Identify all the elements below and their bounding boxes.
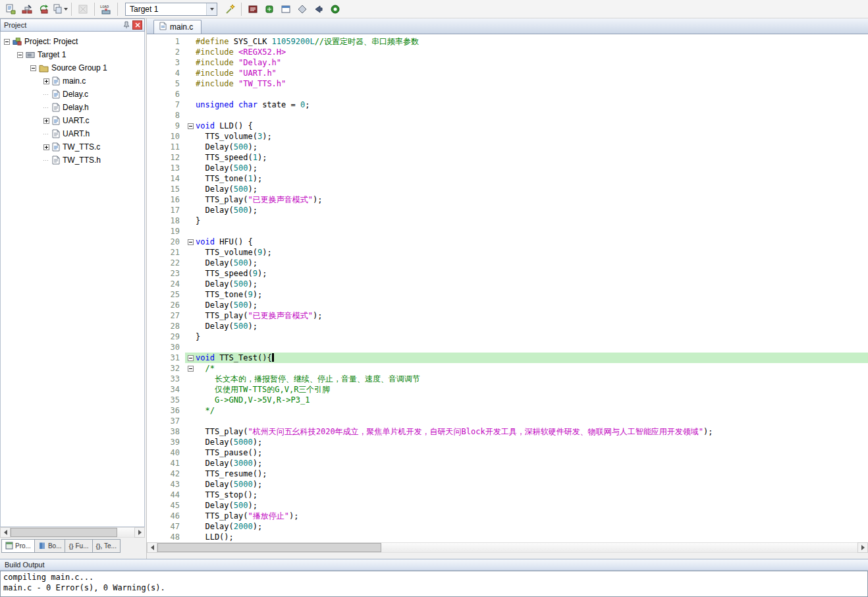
code-line-35[interactable]: 35 G->GND,V->5V,R->P3_1: [147, 395, 868, 405]
code-line-9[interactable]: 9void LLD() {: [147, 121, 868, 131]
code-line-40[interactable]: 40 TTS_pause();: [147, 447, 868, 458]
tree-minus-toggle-icon[interactable]: [16, 52, 24, 58]
options-for-target-button[interactable]: [222, 1, 238, 17]
code-line-17[interactable]: 17 Delay(500);: [147, 205, 868, 215]
code-line-21[interactable]: 21 TTS_volume(9);: [147, 247, 868, 258]
pack-installer-button[interactable]: [327, 1, 343, 17]
code-line-38[interactable]: 38 TTS_play("杭州天问五幺科技2020年成立，聚焦单片机开发，自研天…: [147, 426, 868, 437]
build-output-log[interactable]: compiling main.c...main.c - 0 Error(s), …: [0, 571, 868, 597]
code-line-48[interactable]: 48 LLD();: [147, 532, 868, 542]
code-line-23[interactable]: 23 TTS_speed(9);: [147, 268, 868, 279]
code-line-36[interactable]: 36 */: [147, 405, 868, 416]
tree-item-target-1[interactable]: Target 1: [1, 48, 144, 61]
code-line-43[interactable]: 43 Delay(5000);: [147, 479, 868, 490]
download-to-flash-button[interactable]: LOAD: [98, 1, 114, 17]
tree-item-project-project[interactable]: Project: Project: [1, 35, 144, 48]
target-select[interactable]: Target 1: [125, 3, 217, 16]
code-line-3[interactable]: 3#include "Delay.h": [147, 57, 868, 68]
manage-project-items-button[interactable]: [245, 1, 261, 17]
pin-icon[interactable]: [121, 20, 131, 30]
code-line-16[interactable]: 16 TTS_play("已更换声音模式");: [147, 194, 868, 205]
code-line-30[interactable]: 30: [147, 342, 868, 353]
code-line-22[interactable]: 22 Delay(500);: [147, 258, 868, 268]
file-extensions-button[interactable]: [278, 1, 294, 17]
translate-file-button[interactable]: [3, 1, 18, 17]
editor-hscrollbar[interactable]: [147, 542, 868, 553]
code-line-33[interactable]: 33 长文本的，播报暂停、继续、停止，音量、速度、音调调节: [147, 374, 868, 384]
code-line-15[interactable]: 15 Delay(500);: [147, 184, 868, 194]
code-line-5[interactable]: 5#include "TW_TTS.h": [147, 78, 868, 89]
code-line-10[interactable]: 10 TTS_volume(3);: [147, 131, 868, 142]
code-line-37[interactable]: 37: [147, 416, 868, 426]
tree-plus-toggle-icon[interactable]: [43, 118, 50, 124]
code-line-28[interactable]: 28 Delay(500);: [147, 321, 868, 331]
project-hscrollbar[interactable]: [0, 527, 145, 538]
tree-item-uart-h[interactable]: UART.h: [1, 127, 144, 140]
code-line-27[interactable]: 27 TTS_play("已更换声音模式");: [147, 310, 868, 321]
code-line-31[interactable]: 31void TTS_Test(){: [147, 353, 868, 363]
configure-flash-tools-button[interactable]: [294, 1, 310, 17]
code-line-44[interactable]: 44 TTS_stop();: [147, 490, 868, 500]
code-line-13[interactable]: 13 Delay(500);: [147, 163, 868, 173]
code-line-14[interactable]: 14 TTS_tone(1);: [147, 173, 868, 184]
close-icon[interactable]: [132, 20, 142, 30]
code-line-1[interactable]: 1#define SYS_CLK 11059200L//设置定时器、串口频率参数: [147, 36, 868, 47]
code-line-42[interactable]: 42 TTS_resume();: [147, 469, 868, 479]
debug-arrow-button[interactable]: [311, 1, 327, 17]
panel-tab-pro[interactable]: Pro...: [1, 539, 35, 553]
scroll-right-arrow-icon[interactable]: [134, 527, 145, 538]
code-line-39[interactable]: 39 Delay(5000);: [147, 437, 868, 447]
code-line-47[interactable]: 47 Delay(2000);: [147, 521, 868, 532]
code-line-45[interactable]: 45 Delay(500);: [147, 500, 868, 511]
fold-minus-icon[interactable]: [185, 237, 196, 247]
code-line-8[interactable]: 8: [147, 110, 868, 121]
tree-plus-toggle-icon[interactable]: [43, 144, 50, 150]
rebuild-all-button[interactable]: [36, 1, 51, 17]
code-line-19[interactable]: 19: [147, 226, 868, 237]
tree-minus-toggle-icon[interactable]: [30, 65, 37, 71]
code-line-2[interactable]: 2#include <REGX52.H>: [147, 47, 868, 57]
build-button[interactable]: [19, 1, 35, 17]
code-line-24[interactable]: 24 Delay(500);: [147, 279, 868, 289]
tree-item-delay-c[interactable]: Delay.c: [1, 88, 144, 101]
manage-run-time-environment-button[interactable]: [261, 1, 277, 17]
panel-tab-bo[interactable]: Bo...: [35, 539, 66, 553]
code-line-6[interactable]: 6: [147, 89, 868, 100]
code-line-26[interactable]: 26 Delay(500);: [147, 300, 868, 310]
code-line-20[interactable]: 20void HFU() {: [147, 237, 868, 247]
scroll-left-arrow-icon[interactable]: [147, 542, 157, 553]
stop-build-button[interactable]: [75, 1, 91, 17]
tree-item-delay-h[interactable]: Delay.h: [1, 101, 144, 114]
scroll-left-arrow-icon[interactable]: [0, 527, 11, 538]
scroll-thumb[interactable]: [11, 528, 117, 537]
panel-tab-te[interactable]: {},Te...: [93, 539, 121, 553]
tree-plus-toggle-icon[interactable]: [43, 78, 50, 84]
code-line-32[interactable]: 32 /*: [147, 363, 868, 374]
tree-item-main-c[interactable]: main.c: [1, 74, 144, 88]
scroll-track[interactable]: [11, 527, 134, 538]
batch-build-button[interactable]: [52, 1, 68, 17]
fold-minus-icon[interactable]: [185, 363, 196, 374]
tree-item-tw-tts-c[interactable]: TW_TTS.c: [1, 140, 144, 154]
code-line-46[interactable]: 46 TTS_play("播放停止");: [147, 511, 868, 521]
tree-item-source-group-1[interactable]: Source Group 1: [1, 61, 144, 74]
fold-minus-icon[interactable]: [185, 121, 196, 131]
combo-dropdown-icon[interactable]: [206, 3, 217, 15]
scroll-thumb[interactable]: [157, 543, 381, 552]
code-line-41[interactable]: 41 Delay(3000);: [147, 458, 868, 469]
tree-item-uart-c[interactable]: UART.c: [1, 114, 144, 127]
code-line-11[interactable]: 11 Delay(500);: [147, 142, 868, 152]
code-line-18[interactable]: 18}: [147, 215, 868, 226]
code-line-25[interactable]: 25 TTS_tone(9);: [147, 289, 868, 300]
code-line-29[interactable]: 29}: [147, 331, 868, 342]
tree-item-tw-tts-h[interactable]: TW_TTS.h: [1, 154, 144, 167]
tree-minus-toggle-icon[interactable]: [3, 39, 11, 45]
code-line-7[interactable]: 7unsigned char state = 0;: [147, 100, 868, 110]
code-line-4[interactable]: 4#include "UART.h": [147, 68, 868, 78]
code-line-12[interactable]: 12 TTS_speed(1);: [147, 152, 868, 163]
code-editor[interactable]: 1#define SYS_CLK 11059200L//设置定时器、串口频率参数…: [147, 34, 868, 542]
scroll-right-arrow-icon[interactable]: [857, 542, 868, 553]
scroll-track[interactable]: [157, 542, 857, 553]
tab-main-c[interactable]: main.c: [153, 20, 202, 34]
panel-tab-fu[interactable]: {}Fu...: [65, 539, 92, 553]
